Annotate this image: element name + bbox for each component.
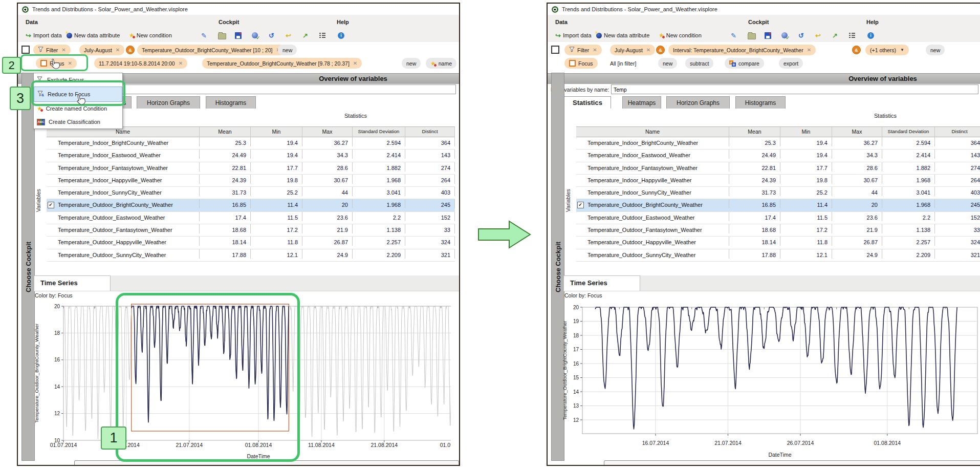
new-data-attribute-button[interactable]: New data attribute: [67, 31, 120, 40]
table-row[interactable]: Temperature_Indoor_Happyville_Weather24.…: [47, 175, 455, 187]
menu-item-create-classification[interactable]: ABCCreate Classification: [34, 115, 122, 129]
edit-button[interactable]: ✎: [201, 31, 207, 40]
undo-button[interactable]: ↺: [798, 31, 804, 40]
new-condition-button[interactable]: ★New condition: [129, 31, 172, 40]
row-checkbox[interactable]: ✔: [48, 202, 54, 208]
table-row[interactable]: Temperature_Indoor_BrightCounty_Weather2…: [576, 137, 980, 150]
filter-variables-input[interactable]: [81, 84, 456, 94]
collapse-panel-icon[interactable]: [21, 46, 30, 54]
collapse-panel-icon[interactable]: [551, 46, 559, 54]
sphere-check-button[interactable]: [781, 31, 788, 40]
column-header[interactable]: Name: [576, 126, 729, 137]
row-checkbox[interactable]: ✔: [577, 202, 584, 208]
close-icon[interactable]: ✕: [68, 60, 72, 66]
chip-filter[interactable]: Filter✕: [33, 45, 71, 55]
table-row[interactable]: ✔Temperature_Outdoor_BrightCounty_Weathe…: [576, 199, 980, 211]
back-arrow-button[interactable]: ↩: [286, 31, 291, 40]
new-data-attribute-button[interactable]: New data attribute: [596, 31, 649, 40]
chip-name[interactable]: ★name: [426, 58, 456, 69]
tab-statistics[interactable]: Statistics: [564, 96, 611, 109]
list-button[interactable]: [319, 31, 325, 40]
chip-and-1[interactable]: &: [126, 45, 135, 55]
forward-arrow-button[interactable]: ↗: [832, 31, 838, 40]
table-row[interactable]: Temperature_Outdoor_Happyville_Weather18…: [47, 237, 455, 249]
sphere-check-button[interactable]: [252, 31, 258, 40]
table-row[interactable]: ✔Temperature_Outdoor_BrightCounty_Weathe…: [47, 199, 455, 211]
timeseries-section-tab[interactable]: Time Series: [34, 275, 111, 291]
chip-focus-interval[interactable]: 11.7.2014 19:10-5.8.2014 20:00✕: [94, 58, 187, 69]
tab-heatmaps[interactable]: Heatmaps: [622, 96, 661, 109]
close-icon[interactable]: ✕: [61, 47, 66, 53]
column-header[interactable]: Mean: [729, 126, 780, 137]
column-header[interactable]: Distinct: [405, 126, 455, 137]
edit-button[interactable]: ✎: [731, 31, 736, 40]
chip-new[interactable]: new: [926, 45, 945, 55]
import-data-button[interactable]: ↪Import data: [26, 31, 62, 40]
chip-july-august[interactable]: July-August✕: [610, 45, 655, 55]
timeseries-chart-overview[interactable]: 10121416182001.07.201411.07.201421.07.20…: [18, 303, 451, 466]
chip-all-in-filter[interactable]: All [in filter]: [610, 58, 636, 69]
table-row[interactable]: Temperature_Indoor_BrightCounty_Weather2…: [47, 137, 455, 150]
menu-item-exclude-focus[interactable]: Exclude Focus: [34, 73, 122, 87]
close-icon[interactable]: ✕: [353, 60, 357, 66]
close-icon[interactable]: ✕: [646, 47, 650, 53]
chip-focus-range[interactable]: Temperature_Outdoor_BrightCounty_Weather…: [202, 58, 362, 69]
tab-horizon-graphs[interactable]: Horizon Graphs: [666, 96, 730, 109]
table-row[interactable]: Temperature_Indoor_SunnyCity_Weather31.7…: [47, 187, 455, 199]
new-condition-button[interactable]: ★New condition: [659, 31, 702, 40]
timeseries-chart-focused[interactable]: 12131415161718192016.07.201421.07.201426…: [548, 303, 980, 466]
column-header[interactable]: Mean: [200, 126, 251, 137]
open-folder-button[interactable]: [218, 31, 226, 40]
tab-horizon-graphs[interactable]: Horizon Graphs: [137, 96, 200, 109]
close-icon[interactable]: ✕: [116, 47, 120, 53]
column-header[interactable]: Min: [251, 126, 302, 137]
table-row[interactable]: Temperature_Outdoor_Fantasytown_Weather1…: [47, 224, 455, 237]
chip-new[interactable]: new: [402, 58, 421, 69]
chip-july-august[interactable]: July-August✕: [79, 45, 124, 55]
column-header[interactable]: Min: [780, 126, 832, 137]
chip-focus[interactable]: Focus: [564, 58, 598, 69]
table-row[interactable]: Temperature_Outdoor_Eastwood_Weather17.4…: [47, 212, 455, 224]
chip-compare[interactable]: ABcompare: [725, 58, 764, 69]
chip-interval[interactable]: Interval: Temperature_Outdoor_BrightCoun…: [668, 45, 816, 55]
filter-variables-input[interactable]: [611, 84, 978, 94]
table-row[interactable]: Temperature_Outdoor_SunnyCity_Weather17.…: [47, 249, 455, 262]
table-row[interactable]: Temperature_Indoor_Happyville_Weather24.…: [576, 175, 980, 187]
forward-arrow-button[interactable]: ↗: [302, 31, 308, 40]
table-row[interactable]: Temperature_Outdoor_Eastwood_Weather17.4…: [576, 212, 980, 224]
chip-temp-range[interactable]: Temperature_Outdoor_BrightCounty_Weather…: [137, 45, 285, 55]
column-header[interactable]: Max: [302, 126, 353, 137]
help-button[interactable]: i: [867, 31, 874, 40]
table-row[interactable]: Temperature_Outdoor_SunnyCity_Weather17.…: [576, 249, 980, 262]
list-button[interactable]: [849, 31, 855, 40]
column-header[interactable]: Standard Deviation: [882, 126, 935, 137]
tab-histograms[interactable]: Histograms: [206, 96, 256, 109]
save-button[interactable]: [235, 31, 242, 40]
close-icon[interactable]: ✕: [807, 47, 811, 53]
column-header[interactable]: Standard Deviation: [353, 126, 405, 137]
timeseries-section-tab[interactable]: Time Series: [563, 275, 640, 291]
table-row[interactable]: Temperature_Indoor_SunnyCity_Weather31.7…: [576, 187, 980, 199]
back-arrow-button[interactable]: ↩: [815, 31, 821, 40]
open-folder-button[interactable]: [748, 31, 756, 40]
chip-filter[interactable]: Filter✕: [564, 45, 602, 55]
chip-new[interactable]: new: [658, 58, 677, 69]
chip-export[interactable]: export: [779, 58, 803, 69]
chip-and-1[interactable]: &: [656, 45, 665, 55]
table-row[interactable]: Temperature_Indoor_Fantasytown_Weather22…: [576, 162, 980, 175]
table-row[interactable]: Temperature_Indoor_Fantasytown_Weather22…: [47, 162, 455, 175]
chip-new[interactable]: new: [278, 45, 297, 55]
table-row[interactable]: Temperature_Outdoor_Happyville_Weather18…: [576, 237, 980, 249]
chip-plus-others[interactable]: (+1 others)▼: [865, 45, 909, 55]
close-icon[interactable]: ✕: [179, 60, 183, 66]
table-row[interactable]: Temperature_Indoor_Eastwood_Weather24.49…: [576, 150, 980, 162]
import-data-button[interactable]: ↪Import data: [555, 31, 592, 40]
table-row[interactable]: Temperature_Indoor_Eastwood_Weather24.49…: [47, 150, 455, 162]
tab-histograms[interactable]: Histograms: [735, 96, 786, 109]
chip-subtract[interactable]: subtract: [685, 58, 713, 69]
undo-button[interactable]: ↺: [269, 31, 274, 40]
table-row[interactable]: Temperature_Outdoor_Fantasytown_Weather1…: [576, 224, 980, 237]
close-icon[interactable]: ✕: [593, 47, 597, 53]
column-header[interactable]: Distinct: [935, 126, 980, 137]
chip-and-2[interactable]: &: [852, 45, 861, 55]
